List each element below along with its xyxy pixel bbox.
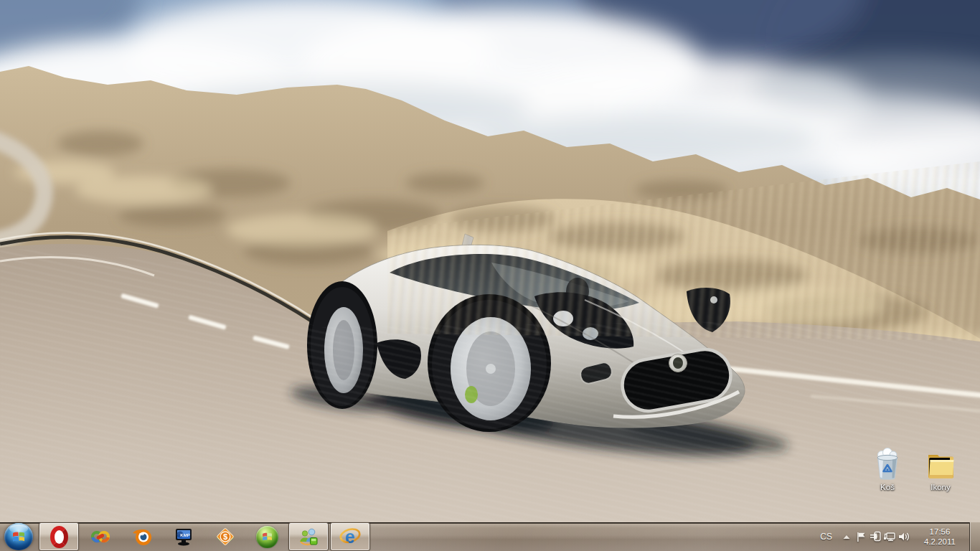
taskbar-button-opera[interactable]	[39, 522, 79, 551]
system-tray: CS	[820, 522, 980, 551]
internet-explorer-icon: e	[339, 527, 362, 547]
windows7-desktop: Koš Ikony	[0, 0, 980, 551]
blender-icon	[131, 527, 153, 547]
clock-time: 17:56	[917, 527, 963, 537]
dollar-diamond-icon: $	[215, 527, 235, 547]
taskbar: KMP $	[0, 522, 980, 551]
language-indicator[interactable]: CS	[820, 532, 832, 542]
recycle-bin-full-icon	[871, 448, 904, 482]
network-icon	[883, 531, 896, 542]
safely-remove-hardware-button[interactable]	[868, 527, 882, 547]
clock-date: 4.2.2011	[917, 537, 963, 547]
taskbar-button-ribbons-app[interactable]	[80, 523, 121, 550]
show-desktop-button[interactable]	[969, 522, 980, 551]
start-button[interactable]	[4, 523, 33, 550]
kmp-badge-text: KMP	[180, 533, 189, 537]
infinity-ribbon-icon	[90, 528, 110, 545]
hidden-icons-button[interactable]	[839, 527, 854, 547]
rear-wheel	[307, 281, 377, 409]
windows-green-orb-icon	[256, 526, 278, 548]
volume-button[interactable]	[897, 527, 911, 547]
taskbar-button-messenger[interactable]	[288, 522, 329, 551]
taskbar-button-kmplayer[interactable]: KMP	[164, 523, 204, 550]
jaguar-badge-center	[673, 357, 683, 369]
action-center-button[interactable]	[854, 527, 868, 547]
desktop-icon-label: Koš	[859, 483, 915, 491]
taskbar-button-blender[interactable]	[122, 523, 162, 550]
messenger-buddies-icon	[298, 527, 319, 547]
kmplayer-icon: KMP	[174, 527, 194, 547]
dollar-glyph: $	[223, 532, 227, 541]
ie-e-glyph: e	[345, 527, 355, 547]
front-wheel	[428, 294, 551, 432]
network-button[interactable]	[882, 527, 897, 547]
windows-flag-icon	[11, 529, 27, 544]
taskbar-button-internet-explorer[interactable]: e	[330, 522, 370, 551]
speaker-icon	[897, 531, 910, 542]
desktop-icon-recycle-bin[interactable]: Koš	[859, 448, 915, 491]
plug-icon	[870, 531, 882, 542]
desktop-icon-folder[interactable]: Ikony	[913, 448, 969, 491]
flag-icon	[855, 531, 867, 542]
wallpaper-scene	[0, 0, 980, 522]
chevron-up-icon	[842, 533, 851, 541]
taskbar-button-windows-green-app[interactable]	[247, 523, 287, 550]
tray-clock[interactable]: 17:56 4.2.2011	[917, 527, 963, 547]
headlight-lamp-3	[710, 296, 717, 303]
taskbar-button-dollar-app[interactable]: $	[205, 523, 245, 550]
desktop-icon-label: Ikony	[913, 483, 969, 491]
windows-flag-icon	[261, 531, 273, 542]
folder-closed-icon	[924, 448, 957, 482]
opera-icon	[50, 526, 68, 548]
